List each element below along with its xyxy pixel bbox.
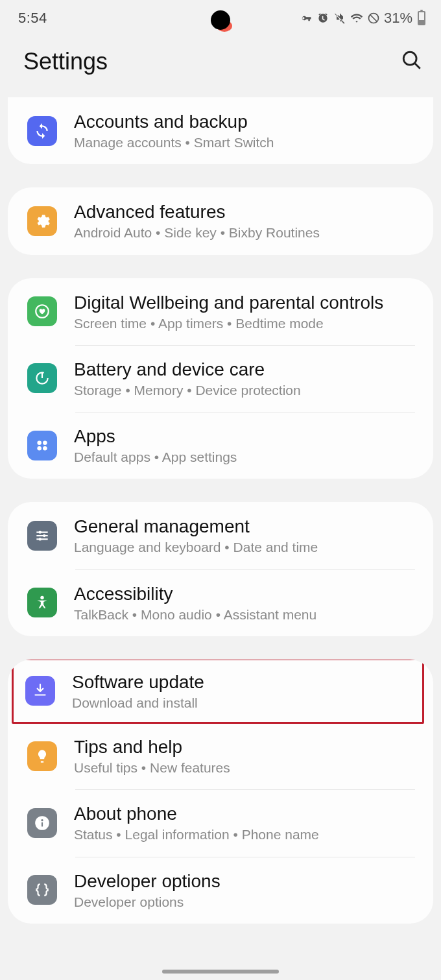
download-icon <box>25 676 55 706</box>
punch-hole <box>211 10 230 30</box>
row-sub: Language and keyboard • Date and time <box>74 539 318 556</box>
grid-icon <box>27 431 57 460</box>
page-header: Settings <box>0 32 441 97</box>
sync-icon <box>27 116 57 146</box>
row-battery-device-care[interactable]: Battery and device care Storage • Memory… <box>8 345 433 412</box>
svg-rect-20 <box>42 822 43 827</box>
search-button[interactable] <box>401 49 423 74</box>
info-icon <box>27 808 57 838</box>
row-sub: Manage accounts • Smart Switch <box>74 134 274 151</box>
svg-point-9 <box>37 446 42 451</box>
page-title: Settings <box>23 48 108 75</box>
svg-point-7 <box>37 440 42 445</box>
svg-point-16 <box>39 538 42 540</box>
row-title: Developer options <box>74 870 220 892</box>
row-apps[interactable]: Apps Default apps • App settings <box>8 412 433 479</box>
row-title: Software update <box>72 671 204 693</box>
svg-point-12 <box>39 531 42 533</box>
do-not-disturb-icon <box>367 12 380 25</box>
row-accounts-backup[interactable]: Accounts and backup Manage accounts • Sm… <box>8 97 433 164</box>
clock: 5:54 <box>18 10 47 27</box>
svg-point-8 <box>43 440 47 445</box>
svg-line-1 <box>370 15 377 21</box>
row-title: Tips and help <box>74 735 230 758</box>
row-title: About phone <box>74 802 319 825</box>
svg-point-10 <box>43 446 47 451</box>
row-tips-help[interactable]: Tips and help Useful tips • New features <box>8 723 433 789</box>
row-title: Accessibility <box>74 582 316 605</box>
row-sub: Status • Legal information • Phone name <box>74 826 319 843</box>
sliders-icon <box>27 521 57 551</box>
gear-icon <box>27 206 57 236</box>
braces-icon <box>27 875 57 905</box>
row-title: Advanced features <box>74 200 320 223</box>
svg-point-17 <box>40 596 43 599</box>
row-sub: Download and install <box>72 695 204 711</box>
person-icon <box>27 588 57 617</box>
row-general-management[interactable]: General management Language and keyboard… <box>8 502 433 569</box>
search-icon <box>401 49 423 71</box>
row-title: Battery and device care <box>74 358 301 381</box>
alarm-icon <box>316 12 329 25</box>
row-sub: Developer options <box>74 894 220 911</box>
row-sub: Useful tips • New features <box>74 759 230 776</box>
vpn-key-icon <box>300 12 313 25</box>
bulb-icon <box>27 741 57 771</box>
row-sub: Storage • Memory • Device protection <box>74 382 301 399</box>
row-developer-options[interactable]: Developer options Developer options <box>8 857 433 924</box>
wifi-icon <box>350 12 363 25</box>
highlighted-row: Software update Download and install <box>12 660 424 724</box>
svg-point-2 <box>403 52 416 65</box>
row-title: Accounts and backup <box>74 110 274 133</box>
status-bar: 5:54 31% <box>0 0 441 32</box>
row-advanced-features[interactable]: Advanced features Android Auto • Side ke… <box>8 187 433 254</box>
power-icon <box>27 363 57 393</box>
svg-point-14 <box>43 534 45 537</box>
row-accessibility[interactable]: Accessibility TalkBack • Mono audio • As… <box>8 569 433 636</box>
row-sub: Screen time • App timers • Bedtime mode <box>74 315 383 332</box>
row-software-update[interactable]: Software update Download and install <box>14 660 422 722</box>
row-digital-wellbeing[interactable]: Digital Wellbeing and parental controls … <box>8 278 433 345</box>
battery-icon <box>418 11 425 25</box>
row-sub: TalkBack • Mono audio • Assistant menu <box>74 606 316 623</box>
row-about-phone[interactable]: About phone Status • Legal information •… <box>8 789 433 856</box>
status-icons: 31% <box>300 10 425 27</box>
row-title: Apps <box>74 425 237 448</box>
svg-line-3 <box>414 63 420 69</box>
row-sub: Android Auto • Side key • Bixby Routines <box>74 224 320 241</box>
mute-icon <box>333 12 346 25</box>
row-title: General management <box>74 515 318 538</box>
gesture-bar[interactable] <box>162 970 279 974</box>
row-title: Digital Wellbeing and parental controls <box>74 291 383 314</box>
svg-point-19 <box>41 819 43 821</box>
battery-percent: 31% <box>384 10 412 27</box>
row-sub: Default apps • App settings <box>74 449 237 466</box>
heart-icon <box>27 296 57 326</box>
